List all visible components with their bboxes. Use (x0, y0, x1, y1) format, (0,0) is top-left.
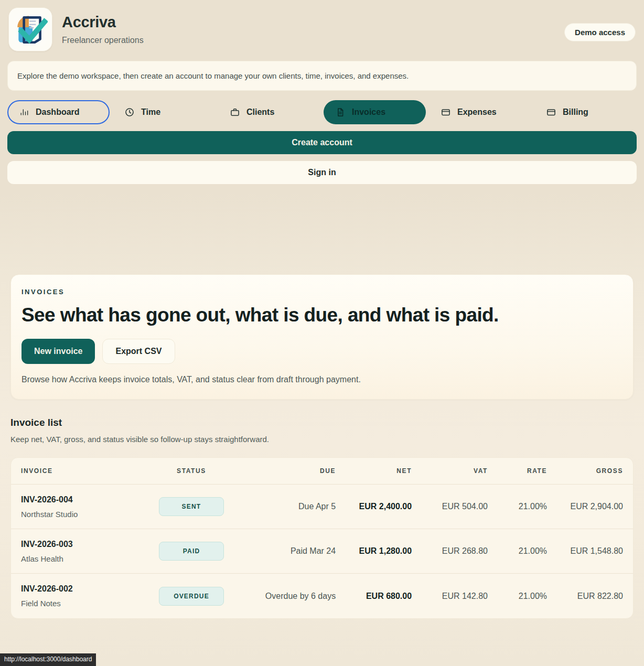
table-row: INV-2026-002 Field Notes OVERDUE Overdue… (11, 574, 633, 618)
tab-label: Time (141, 108, 160, 117)
card-icon (546, 107, 556, 117)
invoice-list-title: Invoice list (10, 417, 634, 428)
demo-banner-text: Explore the demo workspace, then create … (17, 71, 409, 80)
tab-clients[interactable]: Clients (218, 100, 320, 124)
invoice-rate: 21.00% (488, 502, 547, 511)
tab-dashboard[interactable]: Dashboard (7, 100, 110, 124)
column-header-rate: RATE (488, 467, 547, 475)
briefcase-icon (230, 107, 240, 117)
invoice-id: INV-2026-002 (21, 584, 157, 594)
main-content: INVOICES See what has gone out, what is … (0, 191, 644, 663)
column-header-net: NET (336, 467, 412, 475)
hero-description: Browse how Accriva keeps invoice totals,… (22, 375, 622, 384)
status-bar-url: http://localhost:3000/dashboard (0, 653, 96, 666)
status-badge: OVERDUE (159, 587, 224, 606)
invoice-net: EUR 680.00 (336, 592, 412, 601)
brand-row: Accriva Freelancer operations Demo acces… (7, 6, 637, 51)
invoice-vat: EUR 142.80 (412, 592, 488, 601)
hero-eyebrow: INVOICES (22, 288, 622, 296)
demo-banner: Explore the demo workspace, then create … (7, 61, 637, 91)
tab-label: Dashboard (36, 108, 80, 117)
brand-text: Accriva Freelancer operations (62, 7, 144, 45)
invoice-due: Overdue by 6 days (226, 592, 336, 601)
app-tagline: Freelancer operations (62, 36, 144, 45)
column-header-vat: VAT (412, 467, 488, 475)
column-header-gross: GROSS (547, 467, 623, 475)
tab-label: Expenses (457, 108, 497, 117)
main-nav: Dashboard Time Clients Invoices Expenses… (7, 100, 637, 124)
table-body: INV-2026-004 Northstar Studio SENT Due A… (11, 485, 633, 618)
document-icon (335, 107, 346, 117)
column-header-invoice: INVOICE (21, 467, 157, 475)
table-row: INV-2026-004 Northstar Studio SENT Due A… (11, 485, 633, 529)
invoice-id: INV-2026-004 (21, 495, 157, 504)
card-icon (441, 107, 451, 117)
invoice-gross: EUR 1,548.80 (547, 546, 623, 556)
invoice-list-subtitle: Keep net, VAT, gross, and status visible… (10, 435, 634, 444)
status-badge: PAID (159, 542, 224, 561)
demo-access-badge: Demo access (564, 23, 636, 41)
invoice-client: Atlas Health (21, 554, 157, 563)
table-header-row: INVOICE STATUS DUE NET VAT RATE GROSS (11, 458, 633, 485)
hero-title: See what has gone out, what is due, and … (22, 304, 622, 326)
invoice-client: Northstar Studio (21, 510, 157, 519)
page-title: Accriva (62, 14, 144, 31)
invoice-gross: EUR 822.80 (547, 592, 623, 601)
app-logo (8, 7, 52, 51)
hero-actions: New invoice Export CSV (22, 339, 622, 364)
column-header-due: DUE (226, 467, 336, 475)
table-row: INV-2026-003 Atlas Health PAID Paid Mar … (11, 529, 633, 574)
tab-billing[interactable]: Billing (534, 100, 637, 124)
invoice-vat: EUR 504.00 (412, 502, 488, 511)
status-badge: SENT (159, 497, 224, 516)
sign-in-button[interactable]: Sign in (7, 161, 637, 184)
invoice-rate: 21.00% (488, 546, 547, 556)
invoice-net: EUR 2,400.00 (336, 502, 412, 511)
tab-expenses[interactable]: Expenses (429, 100, 531, 124)
create-account-button[interactable]: Create account (7, 131, 637, 154)
tab-invoices[interactable]: Invoices (324, 100, 426, 124)
invoice-gross: EUR 2,904.00 (547, 502, 623, 511)
invoice-id: INV-2026-003 (21, 540, 157, 549)
app-logo-icon (13, 12, 48, 47)
invoice-due: Paid Mar 24 (226, 546, 336, 556)
bar-chart-icon (19, 107, 29, 117)
export-csv-button[interactable]: Export CSV (102, 339, 175, 364)
invoice-rate: 21.00% (488, 592, 547, 601)
app-header: Accriva Freelancer operations Demo acces… (0, 0, 644, 191)
invoice-due: Due Apr 5 (226, 502, 336, 511)
invoice-client: Field Notes (21, 599, 157, 608)
tab-time[interactable]: Time (113, 100, 215, 124)
tab-label: Invoices (352, 108, 385, 117)
invoices-hero-card: INVOICES See what has gone out, what is … (10, 274, 634, 400)
column-header-status: STATUS (157, 467, 226, 475)
tab-label: Clients (246, 108, 274, 117)
invoice-vat: EUR 268.80 (412, 546, 488, 556)
new-invoice-button[interactable]: New invoice (22, 339, 95, 364)
tab-label: Billing (563, 108, 588, 117)
invoice-table: INVOICE STATUS DUE NET VAT RATE GROSS IN… (10, 457, 634, 619)
invoice-net: EUR 1,280.00 (336, 546, 412, 556)
clock-icon (124, 107, 135, 117)
